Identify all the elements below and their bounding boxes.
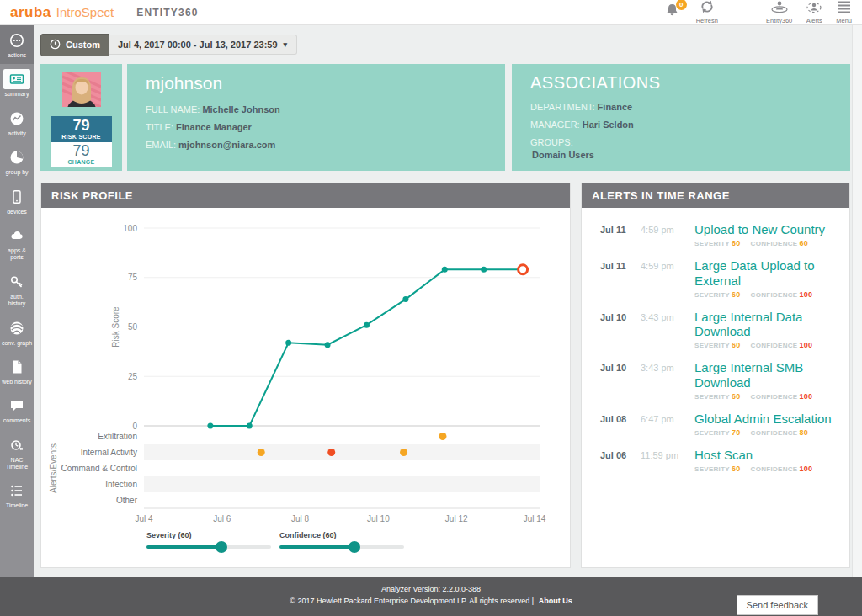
sidebar-item-label: activity (8, 130, 25, 137)
refresh-icon (700, 0, 715, 17)
svg-text:Jul 6: Jul 6 (213, 514, 231, 523)
alerts-panel-header: ALERTS IN TIME RANGE (582, 183, 849, 208)
alert-title-link[interactable]: Large Internal Data Download (694, 310, 843, 339)
risk-score-label: RISK SCORE (51, 134, 112, 140)
slider-track[interactable] (146, 545, 271, 549)
associations-title: ASSOCIATIONS (530, 73, 832, 93)
confidence-value: 100 (799, 465, 812, 473)
slider-knob[interactable] (349, 541, 360, 553)
date-range-button[interactable]: Jul 4, 2017 00:00 - Jul 13, 2017 23:59 ▾ (109, 35, 297, 55)
custom-range-button[interactable]: Custom (40, 34, 109, 56)
svg-text:Risk Score: Risk Score (111, 306, 120, 348)
risk-change-label: CHANGE (51, 159, 112, 165)
alert-meta: SEVERITY60CONFIDENCE100 (694, 341, 843, 349)
conv-graph-icon (3, 318, 30, 338)
time-filter-bar: Custom Jul 4, 2017 00:00 - Jul 13, 2017 … (40, 30, 862, 59)
sidebar-item-auth-history[interactable]: auth. history (0, 267, 34, 313)
copyright-text: © 2017 Hewlett Packard Enterprise Develo… (290, 597, 534, 605)
scrollbar-gutter[interactable] (852, 25, 862, 577)
top-bar: aruba IntroSpect ENTITY360 0 Refresh Ent… (0, 0, 862, 25)
notifications-button[interactable]: 0 (664, 3, 680, 21)
alert-title-link[interactable]: Upload to New Country (694, 222, 843, 236)
summary-icon (3, 69, 30, 89)
alert-title-link[interactable]: Large Data Upload to External (694, 258, 843, 288)
auth-history-icon (3, 272, 30, 292)
group-by-icon (3, 147, 30, 167)
alerts-label: Alerts (806, 17, 822, 25)
alert-body: Large Data Upload to ExternalSEVERITY60C… (694, 258, 843, 299)
slider-track[interactable] (279, 545, 404, 549)
chevron-down-icon: ▾ (284, 40, 288, 49)
content-shell: actionssummaryactivitygroup bydevicesapp… (0, 25, 862, 577)
actions-icon (3, 30, 30, 50)
severity-value: 60 (732, 239, 741, 247)
main-content: Custom Jul 4, 2017 00:00 - Jul 13, 2017 … (34, 25, 862, 577)
slider-knob[interactable] (216, 541, 227, 553)
about-us-link[interactable]: About Us (539, 597, 572, 605)
activity-icon (3, 109, 30, 129)
sidebar-item-label: group by (5, 169, 28, 176)
user-score-column: 79 RISK SCORE 79 CHANGE (40, 64, 122, 171)
user-details: mjohnson FULL NAME:Michelle JohnsonTITLE… (127, 64, 505, 171)
alert-date: Jul 06 (600, 448, 641, 473)
sidebar-item-conv-graph[interactable]: conv. graph (0, 313, 34, 352)
menu-button[interactable]: Menu (836, 0, 852, 24)
severity-label: SEVERITY (694, 291, 730, 299)
svg-text:Alerts/Events: Alerts/Events (49, 443, 58, 493)
custom-range-label: Custom (66, 40, 100, 50)
confidence-value: 100 (799, 341, 812, 349)
alert-time: 3:43 pm (641, 360, 694, 401)
topbar-divider (125, 5, 125, 20)
alerts-button[interactable]: Alerts (805, 0, 823, 25)
alert-title-link[interactable]: Global Admin Escalation (694, 412, 843, 426)
sidebar-item-web-history[interactable]: web history (0, 352, 34, 390)
alert-body: Large Internal Data DownloadSEVERITY60CO… (694, 310, 843, 350)
confidence-label: CONFIDENCE (751, 465, 798, 473)
confidence-label: CONFIDENCE (751, 342, 798, 349)
sidebar-item-nac-timeline[interactable]: NAC Timeline (0, 430, 34, 476)
severity-value: 60 (732, 392, 741, 401)
entity360-button[interactable]: Entity360 (766, 0, 792, 25)
sidebar-item-actions[interactable]: actions (0, 25, 34, 64)
svg-text:Command & Control: Command & Control (61, 464, 137, 473)
sidebar-item-devices[interactable]: devices (0, 182, 34, 220)
refresh-button[interactable]: Refresh (696, 0, 718, 25)
svg-text:100: 100 (123, 224, 137, 233)
send-feedback-button[interactable]: Send feedback (737, 595, 818, 615)
field-title: TITLE:Finance Manager (146, 122, 487, 132)
sidebar-item-comments[interactable]: comments (0, 390, 34, 429)
alert-title-link[interactable]: Host Scan (694, 448, 843, 462)
alert-title-link[interactable]: Large Internal SMB Download (694, 360, 843, 390)
slider-fill (146, 545, 221, 549)
svg-text:Jul 10: Jul 10 (367, 514, 390, 523)
sidebar-item-summary[interactable]: summary (0, 64, 34, 103)
sidebar-item-label: conv. graph (2, 340, 32, 347)
svg-text:Infection: Infection (105, 480, 137, 489)
severity-label: SEVERITY (694, 393, 730, 401)
confidence-label: CONFIDENCE (751, 393, 798, 401)
alert-row: Jul 086:47 pmGlobal Admin EscalationSEVE… (600, 412, 843, 437)
alert-time: 4:59 pm (641, 222, 694, 247)
comments-icon (3, 396, 30, 416)
alert-meta: SEVERITY60CONFIDENCE60 (694, 239, 843, 247)
entity360-icon (770, 0, 789, 17)
analyzer-version: Analyzer Version: 2.2.0.0-388 (0, 585, 862, 593)
footer: Analyzer Version: 2.2.0.0-388 © 2017 Hew… (0, 577, 862, 616)
field-value: Michelle Johnson (202, 104, 279, 114)
slider-label: Confidence (60) (279, 531, 404, 539)
alert-date: Jul 11 (600, 258, 641, 299)
sidebar-item-group-by[interactable]: group by (0, 142, 34, 181)
risk-profile-panel: RISK PROFILE 0255075100ExfiltrationInter… (40, 183, 571, 568)
alert-meta: SEVERITY70CONFIDENCE80 (694, 428, 843, 437)
sidebar-item-apps-ports[interactable]: apps & ports (0, 220, 34, 267)
confidence-value: 80 (799, 428, 808, 437)
sidebar-item-timeline[interactable]: Timeline (0, 475, 34, 514)
alerts-icon (805, 0, 823, 17)
slider-severity-60: Severity (60) (146, 531, 271, 549)
sidebar-item-activity[interactable]: activity (0, 104, 34, 142)
alert-time: 11:59 pm (641, 448, 694, 473)
risk-score-value-box: 79 RISK SCORE (51, 116, 112, 142)
topbar-actions: 0 Refresh Entity360 Alerts Menu (664, 0, 852, 25)
alert-date: Jul 10 (600, 360, 641, 401)
risk-chart-body: 0255075100ExfiltrationInternal ActivityC… (41, 208, 570, 549)
